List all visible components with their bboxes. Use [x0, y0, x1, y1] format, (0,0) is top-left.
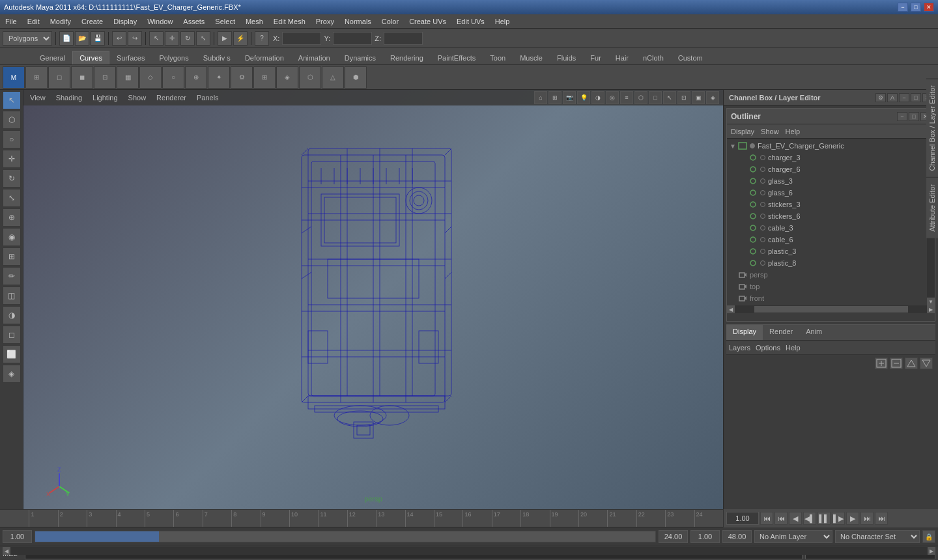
cb-tab-anim[interactable]: Anim [799, 325, 829, 340]
rotate-tool[interactable]: ↻ [180, 31, 195, 46]
tab-polygons[interactable]: Polygons [152, 51, 195, 64]
menu-edit-mesh[interactable]: Edit Mesh [268, 16, 311, 27]
soft-mod[interactable]: ◉ [3, 228, 21, 246]
current-frame-input[interactable] [726, 512, 759, 525]
layer-new-button[interactable] [875, 357, 888, 369]
cb-minimize-button[interactable]: − [899, 93, 909, 102]
paint-select-tool[interactable]: ⬡ [3, 111, 21, 129]
tab-hair[interactable]: Hair [608, 51, 636, 64]
shelf-icon-7[interactable]: ○ [162, 66, 184, 89]
tab-dynamics[interactable]: Dynamics [337, 51, 383, 64]
menu-modify[interactable]: Modify [45, 16, 76, 27]
cb-maximize-button[interactable]: □ [911, 93, 921, 102]
paint-tool[interactable]: ✏ [3, 267, 21, 285]
outliner-minimize[interactable]: − [897, 112, 907, 121]
shelf-icon-13[interactable]: ⬡ [299, 66, 321, 89]
char-set-select[interactable]: No Character Set [835, 530, 920, 543]
lock-button[interactable]: 🔒 [922, 530, 935, 543]
tree-item-plastic3[interactable]: ▶ plastic_3 [727, 245, 927, 257]
x-input[interactable] [282, 32, 321, 45]
maximize-button[interactable]: □ [911, 3, 921, 12]
tab-fluids[interactable]: Fluids [550, 51, 583, 64]
menu-select[interactable]: Select [210, 16, 240, 27]
range-end-input[interactable] [659, 530, 688, 543]
step-forward-end[interactable]: ⏭ [875, 512, 888, 525]
tab-muscle[interactable]: Muscle [513, 51, 550, 64]
hscroll-left[interactable]: ◀ [727, 305, 735, 313]
vp-icon-wire[interactable]: ⬡ [634, 91, 647, 104]
shelf-icon-10[interactable]: ⚙ [231, 66, 253, 89]
select-tool[interactable]: ↖ [149, 31, 163, 46]
tree-item-glass3[interactable]: ▶ glass_3 [727, 175, 927, 187]
menu-edit-uvs[interactable]: Edit UVs [451, 16, 490, 27]
cloth-tool[interactable]: ◫ [3, 287, 21, 305]
shelf-icon-8[interactable]: ⊕ [185, 66, 207, 89]
vp-icon-lights[interactable]: 💡 [577, 91, 590, 104]
renderer-menu[interactable]: Renderer [154, 94, 189, 102]
tab-ncloth[interactable]: nCloth [636, 51, 671, 64]
tree-item-glass6[interactable]: ▶ glass_6 [727, 187, 927, 199]
playback-start-input[interactable] [690, 530, 720, 543]
shelf-icon-2[interactable]: ◻ [48, 66, 70, 89]
tree-item-charger6[interactable]: ▶ charger_6 [727, 163, 927, 175]
outliner-show-menu[interactable]: Show [761, 128, 779, 135]
panels-menu[interactable]: Panels [194, 94, 221, 102]
shelf-icon-15[interactable]: ⬢ [345, 66, 367, 89]
layer-delete-button[interactable] [890, 357, 903, 369]
shading-menu[interactable]: Shading [53, 94, 85, 102]
sculpt-tool[interactable]: ◑ [3, 306, 21, 324]
scroll-down-arrow[interactable]: ▼ [927, 298, 935, 305]
tab-painteffects[interactable]: PaintEffects [431, 51, 483, 64]
undo-button[interactable]: ↩ [112, 31, 126, 46]
outliner-display-menu[interactable]: Display [731, 128, 754, 135]
tab-curves[interactable]: Curves [72, 51, 109, 64]
tree-item-stickers3[interactable]: ▶ stickers_3 [727, 199, 927, 210]
range-start-input[interactable] [3, 530, 32, 543]
cb-settings-button[interactable]: ⚙ [875, 93, 886, 102]
scale-tool[interactable]: ⤡ [196, 31, 210, 46]
menu-color[interactable]: Color [377, 16, 404, 27]
shelf-icon-9[interactable]: ✦ [208, 66, 230, 89]
vp-icon-cam[interactable]: 📷 [563, 91, 576, 104]
step-back[interactable]: ⏮ [775, 512, 788, 525]
menu-edit[interactable]: Edit [22, 16, 45, 27]
hscroll-right[interactable]: ▶ [927, 305, 935, 313]
move-tool[interactable]: ✛ [165, 31, 179, 46]
outliner-hscrollbar[interactable]: ◀ ▶ [727, 305, 935, 313]
tab-deformation[interactable]: Deformation [238, 51, 291, 64]
cb-tab-display[interactable]: Display [726, 325, 763, 340]
help-button[interactable]: ? [255, 31, 269, 46]
vp-icon-single[interactable]: ▣ [692, 91, 705, 104]
step-back-frame[interactable]: ◀▌ [803, 512, 816, 525]
tree-item-top[interactable]: ▶ top [727, 281, 927, 292]
step-forward[interactable]: ⏭ [860, 512, 874, 525]
vp-icon-multi[interactable]: ⊡ [677, 91, 690, 104]
tree-item-root[interactable]: ▼ Fast_EV_Charger_Generic [727, 140, 927, 152]
step-forward-frame[interactable]: ▌▶ [832, 512, 845, 525]
edge-label-attreditor[interactable]: Attribute Editor [926, 177, 938, 238]
layer-move-down-button[interactable] [920, 357, 933, 369]
tab-custom[interactable]: Custom [671, 51, 710, 64]
lighting-menu[interactable]: Lighting [90, 94, 121, 102]
shelf-icon-6[interactable]: ◇ [139, 66, 162, 89]
range-bar[interactable] [35, 531, 656, 542]
render-button[interactable]: ▶ [218, 31, 232, 46]
vp-icon-fog[interactable]: ≡ [620, 91, 633, 104]
cb-hscrollbar[interactable]: ◀ ▶ [3, 547, 935, 555]
vp-icon-shadows[interactable]: ◑ [591, 91, 604, 104]
select-arrow-tool[interactable]: ↖ [3, 91, 21, 109]
cb-attr-editor-button[interactable]: A [887, 93, 898, 102]
edge-label-channelbox[interactable]: Channel Box / Layer Editor [926, 78, 938, 177]
shelf-icon-5[interactable]: ▦ [117, 66, 139, 89]
save-button[interactable]: 💾 [91, 31, 105, 46]
play-forward[interactable]: ▶ [846, 512, 859, 525]
vp-icon-ao[interactable]: ◎ [606, 91, 619, 104]
tab-fur[interactable]: Fur [583, 51, 608, 64]
minimize-button[interactable]: − [898, 3, 908, 12]
menu-normals[interactable]: Normals [339, 16, 377, 27]
shelf-icon-3[interactable]: ◼ [71, 66, 93, 89]
tab-toon[interactable]: Toon [483, 51, 513, 64]
viewport[interactable]: View Shading Lighting Show Renderer Pane… [23, 90, 723, 509]
view-menu[interactable]: View [27, 94, 48, 102]
polygon-mode-select[interactable]: Polygons [3, 31, 52, 46]
